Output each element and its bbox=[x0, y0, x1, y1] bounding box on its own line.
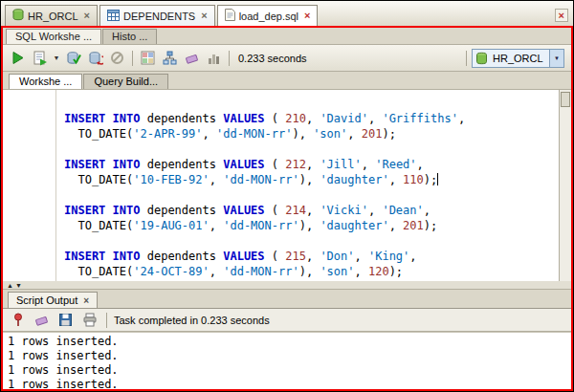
output-line: 1 rows inserted. bbox=[8, 378, 566, 389]
tabstrip-close-icon[interactable]: × bbox=[555, 9, 568, 22]
doc-tab-hr-orcl[interactable]: HR_ORCL × bbox=[5, 5, 98, 26]
code-line bbox=[64, 187, 555, 203]
run-statement-icon[interactable] bbox=[8, 48, 28, 68]
tab-history[interactable]: Histo ... bbox=[102, 29, 157, 44]
tab-query-builder[interactable]: Query Build... bbox=[83, 74, 168, 89]
pin-icon[interactable] bbox=[8, 310, 28, 330]
table-icon bbox=[107, 10, 120, 23]
task-status-label: Task completed in 0.233 seconds bbox=[114, 315, 270, 326]
close-icon[interactable]: × bbox=[304, 11, 310, 21]
save-icon[interactable] bbox=[55, 310, 76, 330]
code-line: TO_DATE('10-FEB-92', 'dd-MON-rr'), 'daug… bbox=[64, 172, 555, 187]
collapse-down-icon[interactable]: ▼ bbox=[15, 282, 22, 289]
tab-label: Script Output bbox=[16, 294, 77, 306]
sql-history-icon[interactable] bbox=[138, 48, 158, 68]
sql-developer-window: HR_ORCL × DEPENDENTS × load_dep.sql × × … bbox=[0, 0, 574, 392]
close-icon[interactable]: × bbox=[201, 11, 207, 21]
tab-sql-worksheet[interactable]: SQL Workshe ... bbox=[6, 29, 101, 44]
sql-worksheet-panel: SQL Workshe ... Histo ... ▼ 0.233 second… bbox=[1, 26, 573, 391]
run-script-icon[interactable] bbox=[30, 48, 50, 68]
output-line: 1 rows inserted. bbox=[8, 363, 566, 378]
explain-plan-icon[interactable] bbox=[160, 48, 180, 68]
code-line: INSERT INTO dependents VALUES ( 212, 'Ji… bbox=[64, 157, 555, 172]
print-icon[interactable] bbox=[79, 310, 99, 330]
tab-label: load_dep.sql bbox=[239, 11, 298, 22]
code-line bbox=[64, 142, 555, 157]
statistics-icon[interactable] bbox=[204, 48, 224, 68]
editor-subtabbar: Workshe ... Query Build... bbox=[3, 72, 571, 90]
tab-script-output[interactable]: Script Output × bbox=[8, 292, 98, 308]
execution-time-label: 0.233 seconds bbox=[238, 53, 307, 64]
sql-file-icon bbox=[225, 9, 235, 23]
code-line: TO_DATE('2-APR-99', 'dd-MON-rr'), 'son',… bbox=[64, 126, 555, 142]
output-line: 1 rows inserted. bbox=[8, 349, 566, 363]
doc-tab-load-dep-sql[interactable]: load_dep.sql × bbox=[217, 5, 319, 26]
connection-selector[interactable]: HR_ORCL ▼ bbox=[472, 49, 564, 68]
tab-worksheet[interactable]: Workshe ... bbox=[9, 74, 82, 89]
rollback-icon[interactable] bbox=[85, 48, 105, 68]
scrollbar-thumb[interactable] bbox=[561, 92, 570, 107]
toolbar-separator bbox=[106, 313, 107, 328]
document-tabbar: HR_ORCL × DEPENDENTS × load_dep.sql × × bbox=[1, 1, 573, 26]
tab-label: DEPENDENTS bbox=[123, 11, 195, 22]
code-line: TO_DATE('24-OCT-89', 'dd-MON-rr'), 'son'… bbox=[64, 264, 555, 279]
database-connection-icon bbox=[12, 9, 24, 23]
close-icon[interactable]: × bbox=[84, 11, 90, 21]
code-line bbox=[64, 233, 555, 249]
code-line: INSERT INTO dependents VALUES ( 210, 'Da… bbox=[64, 111, 555, 126]
chevron-down-icon[interactable]: ▼ bbox=[549, 50, 563, 67]
script-output-toolbar: Task completed in 0.233 seconds bbox=[3, 309, 571, 332]
editor-scrollbar[interactable] bbox=[559, 90, 571, 281]
pane-splitter[interactable]: ▲ ▼ bbox=[3, 281, 571, 290]
code-area[interactable]: INSERT INTO dependents VALUES ( 210, 'Da… bbox=[56, 90, 559, 281]
toolbar-separator bbox=[466, 51, 467, 66]
worksheet-toolbar: ▼ 0.233 seconds HR_ORCL ▼ bbox=[3, 45, 571, 72]
toolbar-separator bbox=[132, 51, 133, 66]
script-output-tabbar: Script Output × bbox=[3, 290, 571, 309]
worksheet-tabbar: SQL Workshe ... Histo ... bbox=[3, 28, 571, 45]
editor-gutter bbox=[3, 90, 56, 281]
code-line: INSERT INTO dependents VALUES ( 214, 'Vi… bbox=[64, 203, 555, 218]
commit-icon[interactable] bbox=[63, 48, 83, 68]
connection-name: HR_ORCL bbox=[490, 53, 549, 64]
clear-icon[interactable] bbox=[182, 48, 202, 68]
connection-icon bbox=[473, 50, 490, 67]
code-line: TO_DATE('19-AUG-01', 'dd-MON-rr'), 'daug… bbox=[64, 218, 555, 233]
toolbar-separator bbox=[229, 51, 230, 66]
collapse-up-icon[interactable]: ▲ bbox=[7, 282, 13, 289]
run-dropdown-arrow-icon[interactable]: ▼ bbox=[52, 48, 61, 68]
output-line: 1 rows inserted. bbox=[8, 335, 566, 349]
output-area: 1 rows inserted.1 rows inserted.1 rows i… bbox=[3, 332, 571, 389]
tab-label: HR_ORCL bbox=[28, 11, 78, 22]
close-icon[interactable]: × bbox=[83, 295, 89, 306]
cancel-icon[interactable] bbox=[107, 48, 127, 68]
clear-output-icon[interactable] bbox=[32, 310, 52, 330]
sql-editor: INSERT INTO dependents VALUES ( 210, 'Da… bbox=[3, 90, 571, 281]
doc-tab-dependents[interactable]: DEPENDENTS × bbox=[99, 5, 215, 26]
code-line: INSERT INTO dependents VALUES ( 215, 'Do… bbox=[64, 249, 555, 264]
